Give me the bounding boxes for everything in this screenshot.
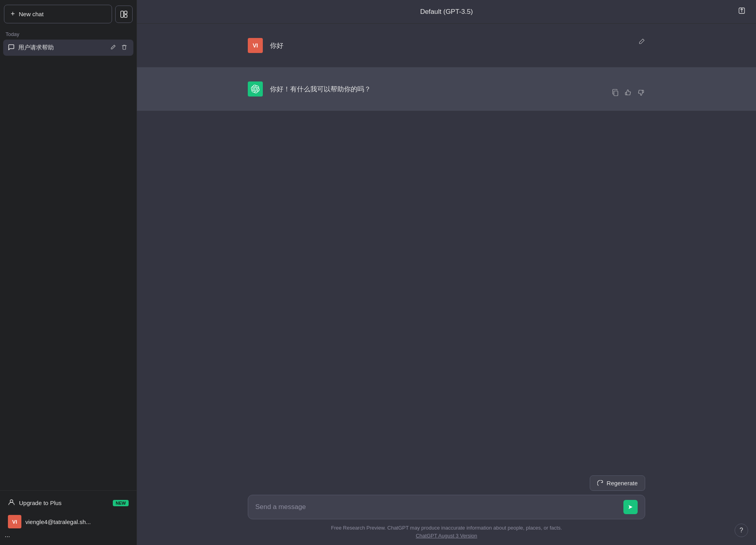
plus-icon: + — [11, 10, 15, 18]
sidebar-panel-button[interactable] — [115, 6, 133, 23]
chat-item-label: 用户请求帮助 — [18, 44, 105, 51]
edit-message-button[interactable] — [638, 38, 645, 47]
new-chat-label: New chat — [19, 11, 44, 17]
chat-icon — [8, 44, 14, 52]
main-content: Default (GPT-3.5) VI 你好 — [137, 0, 756, 545]
message-input-row — [248, 495, 645, 519]
help-button[interactable]: ? — [735, 524, 748, 537]
new-badge: NEW — [113, 500, 129, 506]
thumbs-up-button[interactable] — [624, 88, 633, 99]
today-label: Today — [0, 28, 137, 39]
messages-area: VI 你好 你好！有什么我可以帮助你的吗？ — [137, 24, 756, 471]
footer-disclaimer: Free Research Preview. ChatGPT may produ… — [331, 525, 562, 531]
user-profile-button[interactable]: VI viengle4@tatralegal.sh... — [3, 511, 133, 532]
footer-version-link[interactable]: ChatGPT August 3 Version — [416, 533, 477, 539]
bottom-area: Regenerate Free Research Preview. ChatGP… — [137, 471, 756, 545]
user-message-content: 你好 — [270, 38, 283, 51]
new-chat-button[interactable]: + New chat — [4, 5, 112, 23]
regenerate-button[interactable]: Regenerate — [590, 475, 645, 491]
share-button[interactable] — [735, 4, 748, 19]
send-button[interactable] — [623, 500, 638, 514]
avatar: VI — [8, 515, 21, 528]
sidebar-spacer — [0, 57, 137, 490]
message-input[interactable] — [255, 502, 619, 512]
assistant-avatar — [248, 81, 263, 97]
panel-icon — [120, 10, 128, 18]
svg-rect-0 — [121, 11, 123, 17]
assistant-message-row: 你好！有什么我可以帮助你的吗？ — [137, 67, 756, 111]
upgrade-button[interactable]: Upgrade to Plus NEW — [3, 495, 133, 511]
sidebar-bottom: Upgrade to Plus NEW VI viengle4@tatraleg… — [0, 490, 137, 545]
user-icon — [8, 499, 15, 507]
assistant-message-content: 你好！有什么我可以帮助你的吗？ — [270, 81, 371, 95]
sidebar: + New chat Today 用户请求帮助 — [0, 0, 137, 545]
user-message-row: VI 你好 — [137, 24, 756, 67]
regenerate-label: Regenerate — [607, 480, 638, 486]
user-email: viengle4@tatralegal.sh... — [25, 519, 129, 525]
sidebar-top: + New chat — [0, 0, 137, 28]
thumbs-down-button[interactable] — [636, 88, 645, 99]
main-header: Default (GPT-3.5) — [137, 0, 756, 24]
svg-rect-1 — [124, 11, 127, 14]
footer-text: Free Research Preview. ChatGPT may produ… — [248, 519, 645, 545]
regenerate-section: Regenerate — [248, 475, 645, 495]
user-message-avatar: VI — [248, 38, 263, 53]
delete-chat-button[interactable] — [120, 44, 129, 52]
chat-history-item[interactable]: 用户请求帮助 — [3, 40, 133, 56]
page-title: Default (GPT-3.5) — [420, 8, 473, 16]
edit-chat-button[interactable] — [109, 44, 118, 52]
message-actions — [611, 88, 645, 99]
copy-message-button[interactable] — [611, 88, 620, 99]
user-menu-button[interactable]: ··· — [3, 532, 11, 541]
svg-rect-6 — [614, 91, 618, 96]
svg-rect-2 — [124, 15, 127, 17]
chat-item-actions — [109, 44, 129, 52]
upgrade-label: Upgrade to Plus — [19, 500, 62, 506]
